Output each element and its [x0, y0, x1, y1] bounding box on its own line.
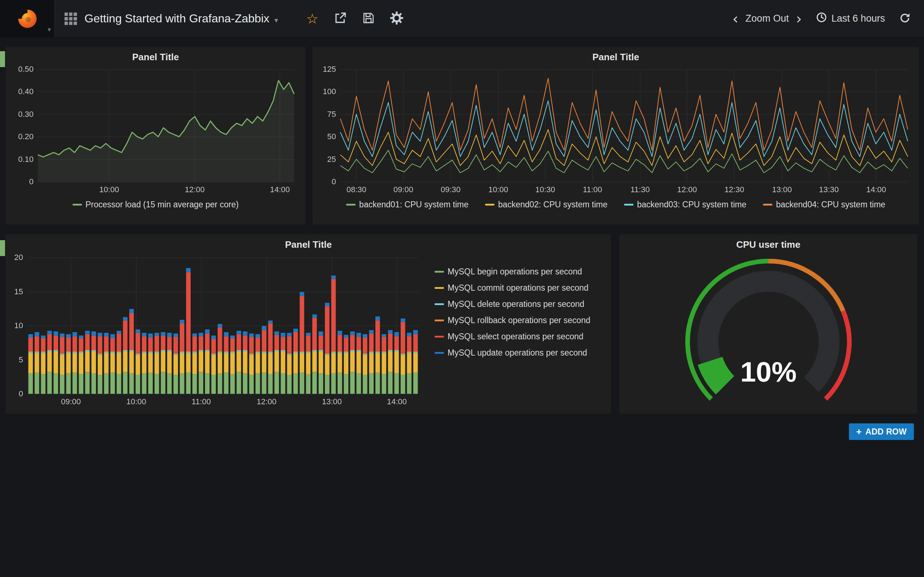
navbar: ▾ Getting Started with Grafana-Zabbix ▾ …: [0, 0, 924, 37]
panel-title[interactable]: CPU user time: [619, 234, 917, 252]
panel-cpu-system-time: Panel Title backend01: CPU system time b…: [313, 47, 919, 224]
dashboard-title: Getting Started with Grafana-Zabbix: [84, 12, 269, 25]
panel-legend: backend01: CPU system time backend02: CP…: [313, 200, 919, 210]
add-row-button[interactable]: + ADD ROW: [849, 423, 914, 440]
refresh-icon: [899, 12, 911, 25]
title-dropdown-caret-icon: ▾: [274, 16, 278, 24]
share-dashboard-button[interactable]: [326, 6, 354, 31]
cpu-user-time-gauge[interactable]: [667, 252, 869, 410]
series-color-swatch: [435, 287, 444, 289]
row-handle-1[interactable]: [0, 51, 5, 67]
legend-item-mysql-delete[interactable]: MySQL delete operations per second: [435, 299, 590, 309]
share-icon: [334, 11, 347, 26]
series-color-swatch: [346, 204, 355, 206]
legend-item-mysql-commit[interactable]: MySQL commit operations per second: [435, 283, 590, 293]
time-controls: ‹ Zoom Out › Last 6 hours: [727, 6, 924, 31]
panel-title[interactable]: Panel Title: [6, 47, 305, 64]
time-range-label: Last 6 hours: [831, 13, 885, 24]
chevron-right-icon: ›: [796, 10, 802, 27]
legend-item-mysql-begin[interactable]: MySQL begin operations per second: [435, 267, 590, 277]
series-color-swatch: [435, 271, 444, 272]
plus-icon: +: [856, 426, 861, 437]
dashboard-grid-icon: [64, 12, 77, 25]
series-color-swatch: [624, 204, 633, 206]
dashboard-actions: ☆: [298, 6, 411, 31]
dashboard-settings-button[interactable]: [383, 6, 411, 31]
time-shift-back-button[interactable]: ‹: [727, 11, 743, 26]
refresh-button[interactable]: [895, 6, 914, 31]
legend-item-mysql-update[interactable]: MySQL update operations per second: [435, 348, 590, 358]
legend-item-backend04[interactable]: backend04: CPU system time: [763, 200, 885, 210]
series-label: MySQL rollback operations per second: [447, 316, 590, 325]
series-color-swatch: [435, 352, 444, 354]
time-range-picker-button[interactable]: Last 6 hours: [807, 12, 892, 25]
mysql-operations-chart[interactable]: [7, 252, 425, 410]
gear-icon: [390, 11, 403, 26]
series-color-swatch: [435, 319, 444, 321]
series-color-swatch: [435, 336, 444, 338]
legend-item-backend02[interactable]: backend02: CPU system time: [485, 200, 607, 210]
series-color-swatch: [73, 204, 82, 206]
grafana-logo-button[interactable]: ▾: [0, 0, 55, 37]
zoom-out-button[interactable]: Zoom Out: [743, 13, 791, 24]
grafana-logo-icon: [17, 8, 38, 29]
legend-item-mysql-rollback[interactable]: MySQL rollback operations per second: [435, 316, 590, 325]
legend-item-processor-load[interactable]: Processor load (15 min average per core): [73, 200, 239, 210]
cpu-system-time-chart[interactable]: [318, 64, 914, 198]
legend-item-backend03[interactable]: backend03: CPU system time: [624, 200, 746, 210]
series-label: backend01: CPU system time: [359, 200, 468, 210]
panel-mysql-operations: Panel Title MySQL begin operations per s…: [6, 234, 611, 414]
chevron-left-icon: ‹: [732, 10, 738, 27]
panel-title[interactable]: Panel Title: [313, 47, 919, 64]
series-label: MySQL commit operations per second: [447, 283, 588, 293]
series-label: backend03: CPU system time: [637, 200, 746, 210]
legend-item-backend01[interactable]: backend01: CPU system time: [346, 200, 468, 210]
processor-load-chart[interactable]: [11, 64, 300, 198]
legend-item-mysql-select[interactable]: MySQL select operations per second: [435, 332, 590, 342]
star-dashboard-button[interactable]: ☆: [298, 6, 326, 31]
series-color-swatch: [435, 303, 444, 305]
series-label: MySQL update operations per second: [447, 348, 587, 358]
row-handle-2[interactable]: [0, 240, 5, 256]
panel-legend: Processor load (15 min average per core): [6, 200, 305, 210]
add-row-label: ADD ROW: [865, 427, 907, 437]
series-label: MySQL delete operations per second: [447, 299, 584, 309]
time-shift-forward-button[interactable]: ›: [791, 11, 807, 26]
series-label: backend04: CPU system time: [776, 200, 885, 210]
panel-processor-load: Panel Title Processor load (15 min avera…: [6, 47, 305, 224]
series-label: MySQL begin operations per second: [447, 267, 582, 277]
star-icon: ☆: [306, 12, 318, 26]
series-label: MySQL select operations per second: [447, 332, 583, 342]
series-color-swatch: [485, 204, 494, 206]
panel-legend: MySQL begin operations per second MySQL …: [425, 252, 590, 410]
save-icon: [362, 12, 375, 25]
clock-icon: [816, 12, 827, 25]
save-dashboard-button[interactable]: [354, 6, 383, 31]
dashboard-title-menu[interactable]: Getting Started with Grafana-Zabbix ▾: [55, 0, 287, 37]
logo-dropdown-caret-icon: ▾: [48, 26, 51, 33]
panel-cpu-user-time: CPU user time: [619, 234, 917, 414]
panel-title[interactable]: Panel Title: [6, 234, 611, 252]
series-color-swatch: [763, 204, 772, 206]
series-label: Processor load (15 min average per core): [86, 200, 239, 210]
series-label: backend02: CPU system time: [498, 200, 607, 210]
